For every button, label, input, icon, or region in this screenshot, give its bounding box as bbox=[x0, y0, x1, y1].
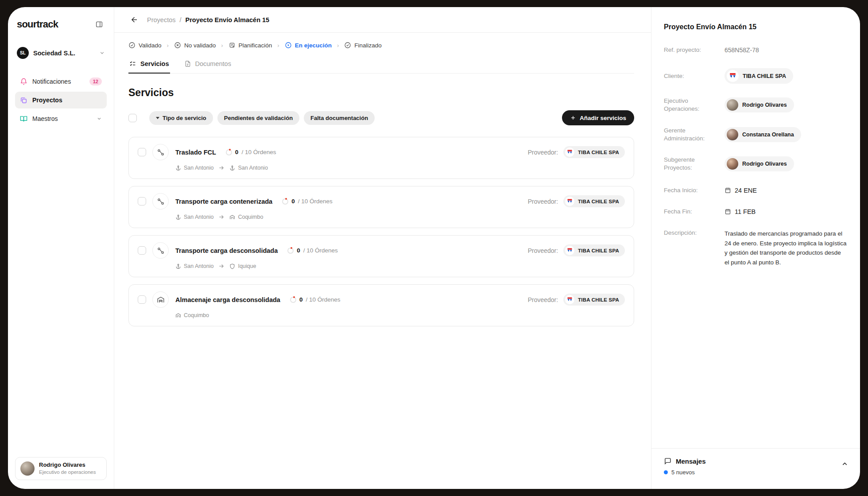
tab-bar: Servicios Documentos bbox=[128, 60, 634, 74]
progress-ring-icon bbox=[290, 297, 296, 303]
breadcrumb-parent[interactable]: Proyectos bbox=[147, 16, 175, 23]
tiba-logo-icon bbox=[565, 246, 574, 255]
step-planificacion[interactable]: Planificación bbox=[229, 42, 272, 49]
route-stop-name: San Antonio bbox=[184, 165, 213, 171]
warehouse-icon bbox=[152, 291, 169, 308]
field-descripcion: Descripción: Traslado de mercancías prog… bbox=[664, 229, 847, 267]
add-services-button[interactable]: Añadir servicios bbox=[562, 110, 634, 125]
service-checkbox[interactable] bbox=[138, 295, 146, 304]
provider-name: TIBA CHILE SPA bbox=[578, 248, 619, 253]
provider-label: Proveedor: bbox=[528, 149, 558, 156]
service-list: Traslado FCL 0 / 10 Órdenes Proveedor: bbox=[128, 137, 634, 326]
route-stop-name: Iquique bbox=[238, 263, 256, 269]
sidebar-item-label: Maestros bbox=[32, 115, 58, 122]
field-label: Ref. proyecto: bbox=[664, 46, 725, 54]
progress-ring-icon bbox=[287, 248, 294, 254]
client-pill[interactable]: TIBA CHILE SPA bbox=[725, 68, 793, 84]
field-value: 11 FEB bbox=[735, 208, 756, 215]
notifications-badge: 12 bbox=[89, 78, 102, 85]
provider-pill[interactable]: TIBA CHILE SPA bbox=[563, 294, 625, 306]
sidebar-nav: Notificaciones 12 Proyectos Maestros bbox=[15, 73, 107, 127]
breadcrumb-separator: / bbox=[179, 16, 181, 23]
service-title: Transporte carga contenerizada bbox=[175, 198, 272, 205]
filter-row: Tipo de servicio Pendientes de validació… bbox=[128, 110, 634, 125]
plan-icon bbox=[229, 42, 236, 49]
person-pill[interactable]: Rodrigo Olivares bbox=[725, 156, 794, 171]
x-circle-icon bbox=[174, 42, 181, 49]
main-content: Validado › No validado › Planificación › bbox=[114, 33, 651, 489]
select-all-checkbox[interactable] bbox=[128, 114, 137, 122]
field-ejecutivo-operaciones: Ejecutivo Operaciones: Rodrigo Olivares bbox=[664, 97, 847, 113]
provider-pill[interactable]: TIBA CHILE SPA bbox=[563, 244, 625, 256]
person-pill[interactable]: Constanza Orellana bbox=[725, 127, 801, 142]
page-title: Servicios bbox=[128, 87, 634, 99]
step-label: En ejecución bbox=[295, 42, 332, 49]
orders-total: / 10 Órdenes bbox=[241, 149, 276, 155]
provider-pill[interactable]: TIBA CHILE SPA bbox=[563, 195, 625, 207]
user-avatar bbox=[20, 461, 35, 476]
workspace-switcher[interactable]: SL Sociedad S.L. bbox=[15, 47, 107, 59]
service-checkbox[interactable] bbox=[138, 148, 146, 156]
sidebar-item-proyectos[interactable]: Proyectos bbox=[15, 92, 107, 108]
anchor-icon bbox=[175, 165, 181, 171]
provider-name: TIBA CHILE SPA bbox=[578, 150, 619, 155]
service-card[interactable]: Traslado FCL 0 / 10 Órdenes Proveedor: bbox=[128, 137, 634, 179]
user-name: Rodrigo Olivares bbox=[39, 461, 96, 469]
filter-chip-label: Tipo de servicio bbox=[163, 115, 206, 121]
provider-pill[interactable]: TIBA CHILE SPA bbox=[563, 146, 625, 158]
step-no-validado[interactable]: No validado bbox=[174, 42, 216, 49]
chevron-up-icon[interactable] bbox=[841, 460, 849, 468]
step-separator: › bbox=[221, 42, 223, 49]
step-validado[interactable]: Validado bbox=[128, 42, 162, 49]
service-card[interactable]: Transporte carga contenerizada 0 / 10 Ór… bbox=[128, 186, 634, 228]
sidebar-collapse-icon[interactable] bbox=[93, 19, 105, 30]
messages-section[interactable]: Mensajes 5 nuevos bbox=[651, 448, 860, 489]
filter-chip-pendientes[interactable]: Pendientes de validación bbox=[217, 111, 299, 125]
bell-icon bbox=[20, 78, 27, 85]
topbar: Proyectos / Proyecto Envío Almacén 15 bbox=[114, 7, 651, 33]
app-logo: sourtrack bbox=[17, 19, 58, 30]
field-label: Ejecutivo Operaciones: bbox=[664, 97, 725, 113]
orders-total: / 10 Órdenes bbox=[298, 198, 333, 205]
back-arrow-icon[interactable] bbox=[128, 14, 140, 26]
calendar-icon bbox=[725, 208, 731, 215]
service-title: Transporte carga desconsolidada bbox=[175, 247, 278, 254]
field-subgerente-proyectos: Subgerente Proyectos: Rodrigo Olivares bbox=[664, 156, 847, 172]
check-circle-icon bbox=[128, 42, 136, 49]
anchor-icon bbox=[175, 214, 181, 220]
service-card[interactable]: Transporte carga desconsolidada 0 / 10 Ó… bbox=[128, 235, 634, 277]
route-stop-name: San Antonio bbox=[238, 165, 267, 171]
orders-count: 0 bbox=[235, 149, 239, 155]
provider-label: Proveedor: bbox=[528, 296, 558, 303]
filter-chip-tipo-de-servicio[interactable]: Tipo de servicio bbox=[149, 111, 213, 125]
project-details-panel: Proyecto Envío Almacén 15 Ref. proyecto:… bbox=[651, 7, 860, 489]
service-checkbox[interactable] bbox=[138, 246, 146, 255]
sidebar-item-maestros[interactable]: Maestros bbox=[15, 110, 107, 127]
project-title: Proyecto Envío Almacén 15 bbox=[664, 23, 847, 31]
step-finalizado[interactable]: Finalizado bbox=[344, 42, 382, 49]
arrow-right-icon bbox=[218, 165, 225, 171]
tab-servicios[interactable]: Servicios bbox=[128, 60, 170, 73]
field-gerente-administracion: Gerente Administración: Constanza Orella… bbox=[664, 127, 847, 143]
sidebar-item-notificaciones[interactable]: Notificaciones 12 bbox=[15, 73, 107, 90]
warehouse-icon bbox=[175, 313, 181, 318]
sidebar-item-label: Notificaciones bbox=[32, 78, 71, 85]
field-value: 658N58Z-78 bbox=[725, 46, 759, 54]
service-checkbox[interactable] bbox=[138, 197, 146, 205]
filter-chip-falta-documentacion[interactable]: Falta documentación bbox=[304, 111, 375, 125]
provider-name: TIBA CHILE SPA bbox=[578, 199, 619, 204]
user-role: Ejecutivo de operaciones bbox=[39, 469, 96, 476]
step-en-ejecucion[interactable]: En ejecución bbox=[285, 42, 332, 49]
person-avatar bbox=[727, 99, 738, 111]
progress-ring-icon bbox=[226, 149, 232, 155]
step-label: No validado bbox=[184, 42, 216, 49]
tab-documentos[interactable]: Documentos bbox=[183, 60, 232, 73]
field-label: Fecha Fin: bbox=[664, 208, 725, 216]
user-card[interactable]: Rodrigo Olivares Ejecutivo de operacione… bbox=[15, 457, 107, 480]
person-name: Constanza Orellana bbox=[742, 132, 794, 138]
service-card[interactable]: Almacenaje carga desconsolidada 0 / 10 Ó… bbox=[128, 284, 634, 326]
person-pill[interactable]: Rodrigo Olivares bbox=[725, 97, 794, 112]
plus-icon bbox=[570, 115, 576, 121]
service-route: Coquimbo bbox=[175, 312, 625, 318]
chat-icon bbox=[664, 457, 671, 465]
